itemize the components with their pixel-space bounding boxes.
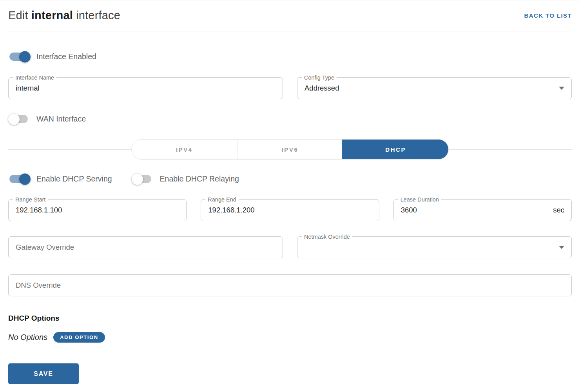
page-title: Editinternalinterface: [8, 8, 120, 22]
tab-dhcp[interactable]: DHCP: [343, 140, 448, 159]
tab-ipv4[interactable]: IPV4: [132, 140, 237, 159]
tab-bar: IPV4 IPV6 DHCP: [8, 139, 572, 160]
interface-name-label: Interface Name: [13, 74, 56, 82]
range-end-input[interactable]: [208, 206, 372, 214]
netmask-override-select[interactable]: Netmask Override: [297, 236, 572, 258]
add-option-button[interactable]: ADD OPTION: [53, 332, 105, 343]
netmask-override-value: [304, 247, 554, 248]
chevron-down-icon: [559, 87, 564, 90]
interface-name-input[interactable]: [16, 84, 276, 93]
page-header: Editinternalinterface BACK TO LIST: [8, 0, 572, 22]
range-start-field: Range Start: [8, 199, 187, 221]
enable-dhcp-serving-label: Enable DHCP Serving: [36, 174, 112, 183]
config-type-label: Config Type: [302, 74, 337, 82]
config-type-select[interactable]: Config Type Addressed: [297, 77, 572, 99]
no-options-text: No Options: [8, 333, 47, 342]
back-to-list-link[interactable]: BACK TO LIST: [524, 12, 572, 19]
header-divider: [8, 31, 572, 31]
dhcp-mode-row: Enable DHCP Serving Enable DHCP Relaying: [8, 173, 572, 185]
tab-ipv6[interactable]: IPV6: [237, 140, 343, 159]
wan-interface-row: WAN Interface: [8, 113, 572, 125]
save-button[interactable]: SAVE: [8, 363, 79, 384]
netmask-override-label: Netmask Override: [302, 233, 352, 241]
enable-dhcp-relaying-toggle[interactable]: [133, 175, 151, 183]
toggle-thumb: [8, 113, 20, 125]
range-end-field: Range End: [201, 199, 379, 221]
chevron-down-icon: [559, 246, 564, 249]
dhcp-serving-group: Enable DHCP Serving: [8, 174, 112, 183]
gateway-override-field: [8, 236, 283, 258]
dhcp-options-empty-row: No Options ADD OPTION: [8, 332, 572, 343]
range-start-label: Range Start: [13, 196, 48, 203]
enable-dhcp-serving-toggle[interactable]: [9, 175, 28, 183]
edit-interface-page: Editinternalinterface BACK TO LIST Inter…: [0, 0, 580, 392]
range-end-label: Range End: [205, 196, 239, 203]
toggle-thumb: [132, 173, 143, 185]
config-type-value: Addressed: [304, 84, 554, 93]
toggle-thumb: [19, 51, 31, 62]
wan-interface-toggle[interactable]: [9, 115, 28, 123]
enable-dhcp-relaying-label: Enable DHCP Relaying: [160, 174, 239, 183]
dns-override-input[interactable]: [16, 281, 564, 290]
dns-override-field: [8, 274, 572, 296]
interface-enabled-label: Interface Enabled: [36, 52, 96, 61]
lease-duration-field: Lease Duration sec: [393, 199, 572, 221]
title-prefix: Edit: [8, 9, 28, 22]
lease-duration-label: Lease Duration: [398, 196, 441, 203]
wan-interface-label: WAN Interface: [36, 114, 86, 123]
dhcp-relaying-group: Enable DHCP Relaying: [132, 174, 239, 183]
range-start-input[interactable]: [16, 206, 179, 214]
title-suffix: interface: [76, 9, 120, 22]
interface-enabled-toggle[interactable]: [9, 53, 28, 61]
interface-name-field: Interface Name: [8, 77, 283, 99]
lease-duration-input[interactable]: [401, 206, 549, 214]
lease-duration-unit: sec: [553, 206, 564, 214]
toggle-thumb: [19, 173, 31, 185]
dhcp-options-heading: DHCP Options: [8, 314, 572, 323]
gateway-override-input[interactable]: [16, 243, 276, 252]
tab-group: IPV4 IPV6 DHCP: [131, 139, 449, 160]
title-interface-name: internal: [31, 9, 73, 22]
interface-enabled-row: Interface Enabled: [8, 51, 572, 62]
